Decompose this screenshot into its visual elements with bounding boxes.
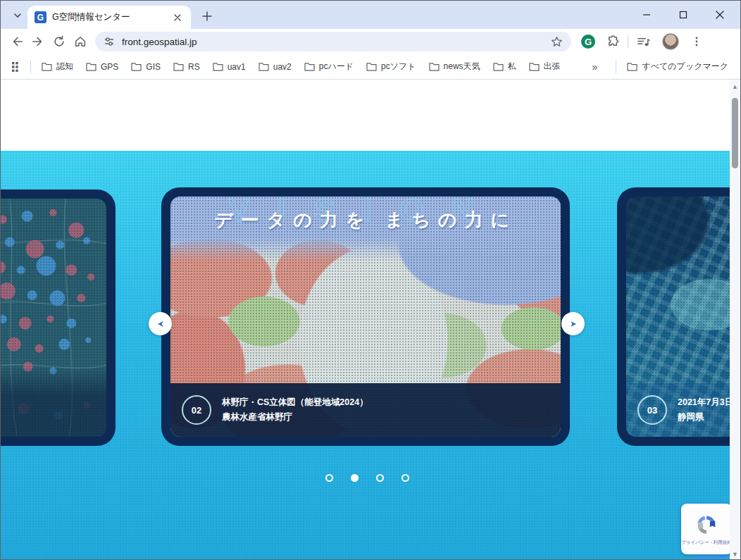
slide-caption-line1: 林野庁・CS立体図（能登地域2024）: [222, 395, 368, 410]
tab-strip: G G空間情報センター: [1, 1, 741, 29]
site-header: G空間情報センター よくある質問 新規ユーザー登録 ログイン データセット イン…: [1, 80, 741, 151]
site-favicon: G: [35, 11, 46, 23]
media-controls-icon[interactable]: [633, 31, 654, 52]
slide-caption-shade: [1, 366, 106, 437]
extensions-puzzle-icon[interactable]: [602, 31, 623, 52]
url-bar[interactable]: front.geospatial.jp: [95, 32, 571, 51]
slide-number-badge: 02: [182, 395, 211, 425]
slide-number-badge: 03: [637, 395, 667, 425]
bookmark-folder[interactable]: uav1: [206, 62, 252, 72]
bookmark-folder[interactable]: news天気: [423, 61, 487, 73]
bookmark-label[interactable]: news天気: [444, 61, 480, 73]
scrollbar-thumb[interactable]: [732, 98, 738, 168]
browser-window: G G空間情報センター: [0, 0, 741, 560]
maximize-button[interactable]: [674, 6, 692, 24]
bookmark-label[interactable]: uav2: [273, 62, 292, 72]
bookmarks-separator: [616, 61, 616, 73]
bookmark-folder[interactable]: pcソフト: [360, 61, 423, 73]
carousel-prev-arrow[interactable]: [149, 312, 172, 335]
bookmarks-overflow-icon[interactable]: »: [587, 61, 604, 73]
carousel-slide-previous[interactable]: [1, 189, 116, 446]
all-bookmarks-folder[interactable]: すべてのブックマーク: [621, 61, 735, 73]
carousel-dot[interactable]: [401, 474, 409, 482]
bookmarks-separator: [30, 61, 31, 73]
home-icon[interactable]: [70, 31, 91, 52]
bookmark-folder[interactable]: uav2: [252, 62, 298, 72]
carousel-next-arrow[interactable]: [561, 312, 585, 335]
slide-caption: 03 2021年7月3日 静岡県: [626, 383, 731, 437]
browser-menu-icon[interactable]: [686, 31, 707, 52]
reload-icon[interactable]: [49, 31, 70, 52]
carousel-slide-active[interactable]: VISION データの力を まちの力に 02 林野庁・CS立体図（能登地域202…: [161, 187, 570, 446]
carousel-slide-next[interactable]: 03 2021年7月3日 静岡県: [617, 187, 731, 446]
scrollbar-up-icon[interactable]: ▲: [730, 81, 740, 92]
profile-avatar[interactable]: [662, 33, 679, 50]
hero-carousel: VISION データの力を まちの力に 02 林野庁・CS立体図（能登地域202…: [1, 151, 731, 560]
carousel-dot[interactable]: [325, 474, 333, 482]
bookmark-label[interactable]: 認知: [56, 61, 73, 73]
url-text[interactable]: front.geospatial.jp: [122, 37, 544, 47]
slide-caption: 02 林野庁・CS立体図（能登地域2024） 農林水産省林野庁: [170, 383, 561, 437]
new-tab-icon[interactable]: [199, 8, 215, 24]
toolbar-separator: [628, 35, 628, 48]
scrollbar-down-icon[interactable]: ▼: [730, 549, 740, 559]
bookmark-folder[interactable]: RS: [167, 62, 206, 72]
close-button[interactable]: [711, 6, 729, 24]
aerial-photo-image: 03 2021年7月3日 静岡県: [626, 197, 731, 437]
back-icon[interactable]: [6, 31, 27, 52]
carousel-pagination: [304, 474, 430, 482]
bookmark-label[interactable]: RS: [188, 62, 200, 72]
tab-title: G空間情報センター: [52, 11, 166, 23]
bookmark-label[interactable]: GIS: [146, 62, 161, 72]
bubble-map-image: [1, 199, 106, 437]
bookmark-label[interactable]: pcソフト: [381, 61, 416, 73]
apps-grid-icon[interactable]: [8, 56, 26, 77]
bookmarks-bar: 認知 GPS GIS RS uav1 uav2 pcハード pcソフト news…: [1, 54, 741, 80]
bookmark-label[interactable]: uav1: [228, 62, 246, 72]
bookmark-star-icon[interactable]: [551, 36, 563, 48]
all-bookmarks-label[interactable]: すべてのブックマーク: [642, 61, 728, 73]
bookmark-folder[interactable]: 認知: [35, 61, 80, 73]
slide-caption-line2: 静岡県: [678, 410, 731, 425]
bookmark-folder[interactable]: GIS: [125, 62, 167, 72]
recaptcha-label: プライバシー - 利用規約: [681, 540, 731, 546]
carousel-dot[interactable]: [376, 474, 384, 482]
hero-slide-title: データの力を まちの力に: [170, 208, 561, 232]
recaptcha-badge[interactable]: プライバシー - 利用規約: [681, 504, 731, 554]
browser-toolbar: front.geospatial.jp G: [1, 29, 741, 54]
window-controls: [637, 1, 736, 29]
browser-tab[interactable]: G G空間情報センター: [27, 6, 191, 29]
bookmark-label[interactable]: pcハード: [319, 61, 354, 73]
bookmark-folder[interactable]: GPS: [80, 62, 125, 72]
tab-close-icon[interactable]: [171, 11, 184, 24]
bookmark-label[interactable]: GPS: [101, 62, 118, 72]
grammarly-extension-icon[interactable]: G: [581, 35, 595, 49]
site-settings-icon[interactable]: [104, 36, 115, 47]
forward-icon[interactable]: [27, 31, 49, 52]
bookmark-label[interactable]: 出張: [544, 61, 561, 73]
recaptcha-logo-icon: [694, 512, 719, 537]
slide-caption-line2: 農林水産省林野庁: [222, 410, 368, 425]
relief-map-image: VISION データの力を まちの力に 02 林野庁・CS立体図（能登地域202…: [170, 197, 561, 437]
slide-caption-line1: 2021年7月3日: [678, 395, 731, 410]
minimize-button[interactable]: [637, 6, 656, 24]
tab-search-chevron-icon[interactable]: [9, 7, 26, 24]
bookmark-folder[interactable]: 私: [487, 61, 523, 73]
carousel-dot[interactable]: [351, 474, 359, 482]
page-scrollbar[interactable]: ▲ ▼: [730, 80, 740, 560]
bookmark-folder[interactable]: 出張: [523, 61, 567, 73]
bookmark-label[interactable]: 私: [508, 61, 516, 73]
bookmark-folder[interactable]: pcハード: [298, 61, 360, 73]
